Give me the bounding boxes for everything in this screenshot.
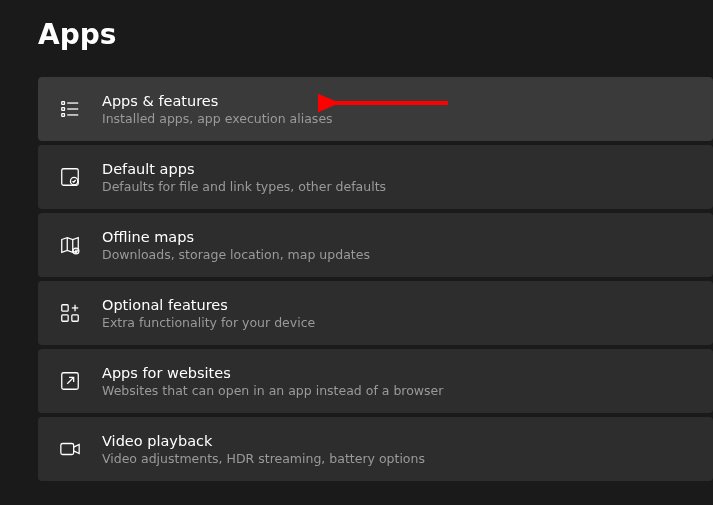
settings-item-default-apps[interactable]: Default apps Defaults for file and link … bbox=[38, 145, 713, 209]
svg-rect-1 bbox=[62, 108, 65, 111]
svg-rect-13 bbox=[62, 315, 68, 321]
item-desc: Downloads, storage location, map updates bbox=[102, 247, 370, 262]
item-desc: Websites that can open in an app instead… bbox=[102, 383, 443, 398]
item-title: Video playback bbox=[102, 433, 425, 449]
item-title: Optional features bbox=[102, 297, 315, 313]
item-desc: Installed apps, app execution aliases bbox=[102, 111, 333, 126]
item-desc: Extra functionality for your device bbox=[102, 315, 315, 330]
svg-rect-0 bbox=[62, 102, 65, 105]
svg-rect-14 bbox=[72, 315, 78, 321]
svg-line-18 bbox=[67, 377, 73, 383]
svg-rect-12 bbox=[62, 305, 68, 311]
open-external-icon bbox=[58, 369, 82, 393]
settings-item-video-playback[interactable]: Video playback Video adjustments, HDR st… bbox=[38, 417, 713, 481]
settings-item-apps-for-websites[interactable]: Apps for websites Websites that can open… bbox=[38, 349, 713, 413]
defaults-icon bbox=[58, 165, 82, 189]
item-title: Offline maps bbox=[102, 229, 370, 245]
settings-item-optional-features[interactable]: Optional features Extra functionality fo… bbox=[38, 281, 713, 345]
settings-list: Apps & features Installed apps, app exec… bbox=[0, 51, 713, 481]
item-desc: Defaults for file and link types, other … bbox=[102, 179, 386, 194]
item-desc: Video adjustments, HDR streaming, batter… bbox=[102, 451, 425, 466]
settings-item-apps-features[interactable]: Apps & features Installed apps, app exec… bbox=[38, 77, 713, 141]
item-title: Apps for websites bbox=[102, 365, 443, 381]
map-icon bbox=[58, 233, 82, 257]
svg-rect-19 bbox=[61, 444, 74, 455]
settings-item-offline-maps[interactable]: Offline maps Downloads, storage location… bbox=[38, 213, 713, 277]
page-title: Apps bbox=[0, 0, 713, 51]
svg-rect-2 bbox=[62, 114, 65, 117]
item-title: Default apps bbox=[102, 161, 386, 177]
video-icon bbox=[58, 437, 82, 461]
item-title: Apps & features bbox=[102, 93, 333, 109]
svg-rect-6 bbox=[62, 169, 79, 186]
list-icon bbox=[58, 97, 82, 121]
add-grid-icon bbox=[58, 301, 82, 325]
